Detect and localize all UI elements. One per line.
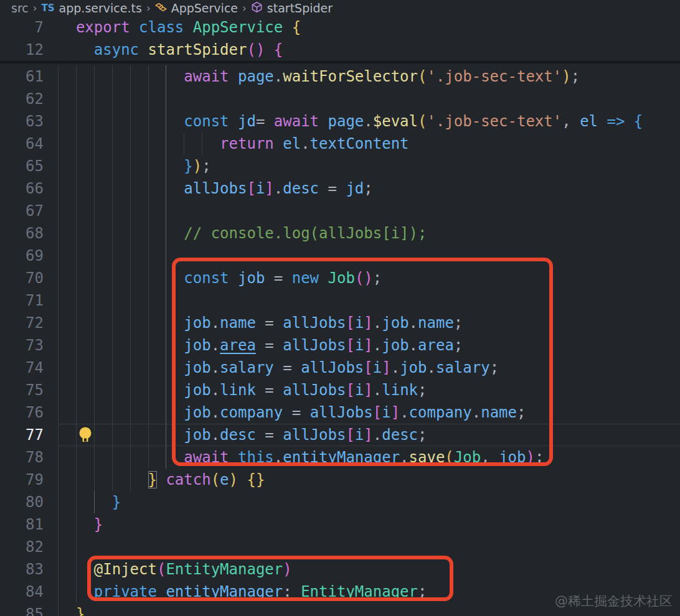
code-token	[184, 19, 192, 36]
line-number[interactable]: 75	[0, 379, 44, 401]
code-token	[58, 41, 94, 58]
line-number[interactable]: 76	[0, 401, 44, 424]
breadcrumb-item-method[interactable]: startSpider	[251, 1, 333, 16]
code-line[interactable]: 73 job.area = allJobs[i].job.area;	[0, 334, 680, 357]
code-line[interactable]: 79 } catch(e) {}	[0, 469, 680, 491]
indent-guide	[112, 245, 113, 267]
code-line[interactable]: 62	[0, 88, 680, 110]
breadcrumb-item-file[interactable]: TS app.service.ts	[42, 1, 142, 15]
code-token	[58, 583, 94, 600]
code-token: Job	[328, 269, 355, 287]
code-line[interactable]: 76 job.company = allJobs[i].company.name…	[0, 401, 680, 424]
indent-guide	[130, 88, 131, 110]
code-token	[319, 113, 328, 130]
line-number[interactable]: 80	[0, 491, 44, 513]
breadcrumb-label: src	[11, 1, 29, 15]
code-token: .	[373, 337, 382, 354]
line-number[interactable]: 66	[0, 177, 44, 200]
code-token: async	[94, 41, 139, 58]
code-token: .	[211, 404, 220, 421]
breadcrumb-label: startSpider	[267, 1, 333, 15]
code-token: .	[409, 314, 418, 332]
code-line[interactable]: 61 await page.waitForSelector('.job-sec-…	[0, 65, 680, 88]
line-number[interactable]: 85	[0, 603, 44, 616]
code-token: (	[157, 561, 166, 578]
code-line[interactable]: 80 }	[0, 491, 680, 513]
line-number[interactable]: 65	[0, 155, 44, 177]
line-number[interactable]: 79	[0, 469, 44, 491]
breadcrumb-item-class[interactable]: AppService	[155, 1, 238, 16]
code-line[interactable]: 65 });	[0, 155, 680, 177]
code-line[interactable]: 71	[0, 289, 680, 312]
code-line[interactable]: 78 await this.entityManager.save(Job, jo…	[0, 446, 680, 469]
line-number[interactable]: 7	[0, 16, 44, 39]
code-token	[58, 605, 76, 616]
code-token: .	[211, 381, 220, 399]
code-line[interactable]: 68 // console.log(allJobs[i]);	[0, 222, 680, 245]
code-line[interactable]: 69	[0, 245, 680, 267]
line-number[interactable]: 63	[0, 110, 44, 133]
line-number[interactable]: 83	[0, 558, 44, 581]
line-number[interactable]: 67	[0, 200, 44, 222]
line-number[interactable]: 81	[0, 513, 44, 536]
code-token	[625, 113, 633, 130]
code-line[interactable]: 70 const job = new Job();	[0, 267, 680, 289]
breadcrumb-item-src[interactable]: src	[11, 1, 29, 15]
code-token	[58, 516, 94, 533]
code-line[interactable]: 66 allJobs[i].desc = jd;	[0, 177, 680, 200]
line-number[interactable]: 70	[0, 267, 44, 289]
code-token: .	[409, 337, 418, 354]
code-token: desc	[382, 426, 418, 444]
code-token: [	[364, 359, 372, 376]
indent-guide	[130, 245, 131, 267]
code-text: @Inject(EntityManager)	[58, 558, 292, 581]
code-line[interactable]: 77 job.desc = allJobs[i].desc;	[0, 424, 680, 446]
code-line[interactable]: 81 }	[0, 513, 680, 536]
code-token: .	[373, 381, 382, 399]
code-token	[274, 359, 283, 376]
code-token: (	[247, 41, 255, 58]
line-number[interactable]: 64	[0, 133, 44, 155]
line-number[interactable]: 73	[0, 334, 44, 357]
line-number[interactable]: 12	[0, 39, 44, 61]
code-line[interactable]: 74 job.salary = allJobs[i].job.salary;	[0, 357, 680, 379]
code-token: {	[292, 19, 301, 36]
code-token: Job	[454, 449, 481, 466]
code-token: ]	[364, 337, 372, 354]
code-line[interactable]: 64 return el.textContent	[0, 133, 680, 155]
code-token: =	[265, 337, 273, 354]
code-token	[274, 337, 283, 354]
line-number[interactable]: 82	[0, 536, 44, 558]
code-line[interactable]: 83 @Inject(EntityManager)	[0, 558, 680, 581]
line-number[interactable]: 72	[0, 312, 44, 334]
code-line[interactable]: 82	[0, 536, 680, 558]
code-token: (	[418, 113, 427, 130]
code-token: area	[418, 337, 454, 354]
indent-guide	[112, 88, 113, 110]
code-line[interactable]: 12 async startSpider() {	[0, 39, 680, 61]
line-number[interactable]: 74	[0, 357, 44, 379]
code-line[interactable]: 75 job.link = allJobs[i].link;	[0, 379, 680, 401]
line-number[interactable]: 78	[0, 446, 44, 469]
code-token: (	[418, 68, 427, 85]
code-line[interactable]: 7 export class AppService {	[0, 16, 680, 39]
line-number[interactable]: 68	[0, 222, 44, 245]
lightbulb-icon[interactable]	[77, 426, 93, 444]
code-line[interactable]: 67	[0, 200, 680, 222]
code-token: el	[283, 135, 301, 152]
code-token	[130, 19, 139, 36]
code-token: e	[220, 471, 229, 488]
line-number[interactable]: 77	[0, 424, 44, 446]
code-token: save	[409, 449, 445, 466]
code-token: job	[238, 269, 265, 287]
code-token	[58, 404, 184, 421]
code-line[interactable]: 72 job.name = allJobs[i].job.name;	[0, 312, 680, 334]
code-line[interactable]: 63 const jd= await page.$eval('.job-sec-…	[0, 110, 680, 133]
code-token: name	[418, 314, 454, 332]
line-number[interactable]: 62	[0, 88, 44, 110]
line-number[interactable]: 61	[0, 65, 44, 88]
line-number[interactable]: 69	[0, 245, 44, 267]
line-number[interactable]: 84	[0, 581, 44, 603]
line-number[interactable]: 71	[0, 289, 44, 312]
code-token	[274, 381, 283, 399]
